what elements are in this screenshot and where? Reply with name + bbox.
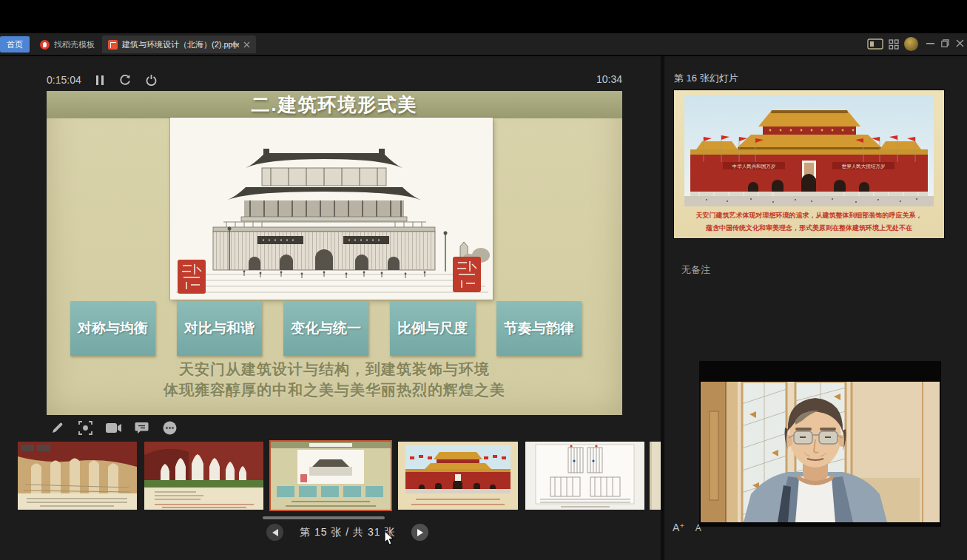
current-slide: 二.建筑环境形式美 xyxy=(47,91,622,415)
app-window: 首页 找稻壳模板 建筑与环境设计（北海）(2).pptx 0:15:04 10:… xyxy=(0,0,967,560)
thumbnail-slide-16[interactable] xyxy=(398,442,518,510)
next-slide-label: 第 16 张幻灯片 xyxy=(674,72,738,85)
elapsed-timer: 0:15:04 xyxy=(47,74,81,86)
principle-button-rhythm[interactable]: 节奏与韵律 xyxy=(496,301,582,356)
tiananmen-photo: 中华人民共和国万岁 世界人民大团结万岁 xyxy=(684,95,934,206)
previous-slide-button[interactable] xyxy=(266,524,283,541)
principle-button-variation[interactable]: 变化与统一 xyxy=(283,301,368,356)
pen-annotate-icon[interactable] xyxy=(49,419,65,436)
thumbnail-slide-13[interactable] xyxy=(18,442,137,510)
tabs-layout-icon[interactable] xyxy=(867,38,883,50)
tab-home[interactable]: 首页 xyxy=(0,36,30,53)
plaque-left-text: 中华人民共和国万岁 xyxy=(732,163,776,169)
tab-document-label: 建筑与环境设计（北海）(2).pptx xyxy=(122,39,239,50)
page-indicator: 第 15 张 / 共 31 张 xyxy=(300,526,395,539)
presenter-timer-row: 0:15:04 xyxy=(47,72,158,87)
tab-docer[interactable]: 找稻壳模板 xyxy=(34,36,101,53)
slide-caption-line2: 体现雍容醇厚的中和之美与美华丽热烈的辉煌之美 xyxy=(47,380,622,400)
thumbnail-slide-18-partial[interactable] xyxy=(650,442,661,510)
next-slide-preview: 中华人民共和国万岁 世界人民大团结万岁 天安门建筑艺术体现对理想环境的追求，从建… xyxy=(674,90,944,238)
red-seal-left xyxy=(178,260,206,294)
presenter-webcam-video xyxy=(699,361,941,527)
preview-caption-line1: 天安门建筑艺术体现对理想环境的追求，从建筑整体到细部装饰的呼应关系， xyxy=(674,211,944,220)
docer-logo-icon xyxy=(40,40,50,50)
slide-title: 二.建筑环境形式美 xyxy=(47,91,622,118)
laser-pointer-icon[interactable] xyxy=(77,419,93,436)
notes-empty-text: 无备注 xyxy=(681,263,710,277)
power-end-show-icon[interactable] xyxy=(145,72,158,88)
thumbnail-slide-17[interactable] xyxy=(525,442,644,510)
annotation-toolbar xyxy=(49,419,178,436)
maximize-restore-icon[interactable] xyxy=(941,39,949,47)
wps-presentation-icon xyxy=(108,40,118,50)
font-increase-button[interactable]: A⁺ xyxy=(673,522,685,533)
tiananmen-engraving-image xyxy=(170,118,493,300)
notes-font-controls: A⁺ A xyxy=(673,522,701,533)
next-arrow-icon xyxy=(417,529,423,536)
window-close-icon[interactable] xyxy=(956,39,964,47)
thumbnail-slide-15-current[interactable] xyxy=(271,442,391,510)
comment-icon[interactable] xyxy=(133,419,149,436)
grid-menu-icon[interactable] xyxy=(889,39,899,50)
principle-button-symmetry[interactable]: 对称与均衡 xyxy=(70,301,155,356)
pause-timer-icon[interactable] xyxy=(95,72,105,88)
user-avatar[interactable] xyxy=(904,37,918,51)
tab-docer-label: 找稻壳模板 xyxy=(54,39,95,50)
previous-arrow-icon xyxy=(272,529,278,536)
preview-caption-line2: 蕴含中国传统文化和审美理念，形式美原则在整体建筑环境上无处不在 xyxy=(674,223,944,233)
thumbnail-scrollbar[interactable] xyxy=(263,516,385,519)
current-clock: 10:34 xyxy=(596,73,622,85)
red-seal-right xyxy=(453,257,481,292)
thumbnail-slide-14[interactable] xyxy=(144,442,263,510)
minimize-icon[interactable] xyxy=(926,43,934,44)
reset-timer-icon[interactable] xyxy=(118,72,132,88)
principle-button-contrast[interactable]: 对比与和谐 xyxy=(177,301,262,356)
principle-button-proportion[interactable]: 比例与尺度 xyxy=(390,301,475,356)
tab-close-icon[interactable] xyxy=(243,41,250,48)
new-tab-icon[interactable] xyxy=(231,41,239,49)
next-slide-button[interactable] xyxy=(411,524,428,541)
more-options-icon[interactable] xyxy=(161,419,178,436)
slide-caption-line1: 天安门从建筑设计与结构，到建筑装饰与环境 xyxy=(47,360,622,379)
camera-icon[interactable] xyxy=(105,419,121,436)
slide-navigation: 第 15 张 / 共 31 张 xyxy=(266,524,428,541)
plaque-right-text: 世界人民大团结万岁 xyxy=(842,163,886,169)
mouse-cursor xyxy=(384,531,394,546)
tab-bar: 首页 找稻壳模板 建筑与环境设计（北海）(2).pptx xyxy=(0,33,967,55)
webcam-frame xyxy=(701,382,940,522)
